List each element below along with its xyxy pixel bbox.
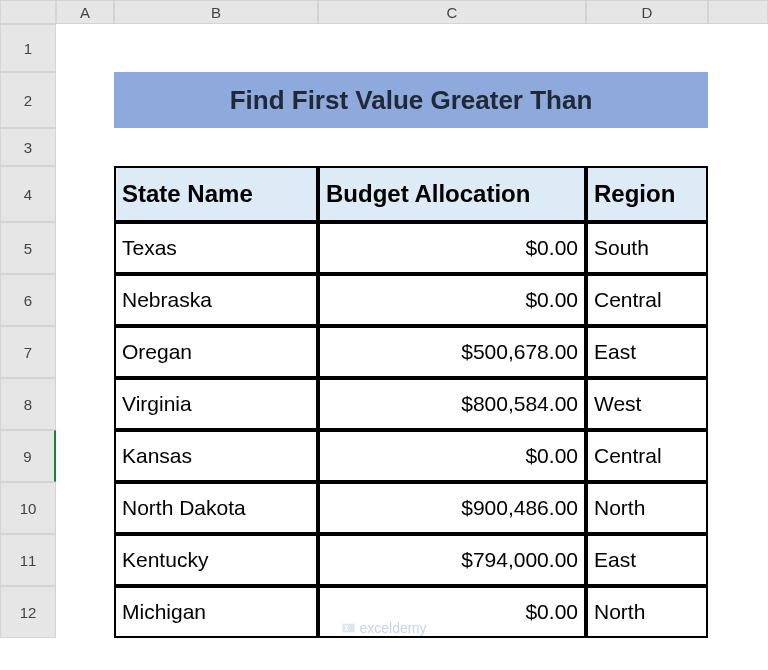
cell-a1[interactable]: [56, 24, 114, 72]
cell-e10[interactable]: [708, 482, 768, 534]
cell-e9[interactable]: [708, 430, 768, 482]
table-row[interactable]: West: [586, 378, 708, 430]
cell-e12[interactable]: [708, 586, 768, 638]
table-header-budget[interactable]: Budget Allocation: [318, 166, 586, 222]
cell-e5[interactable]: [708, 222, 768, 274]
watermark-text: exceldemy: [360, 620, 427, 636]
table-row[interactable]: South: [586, 222, 708, 274]
cell-a9[interactable]: [56, 430, 114, 482]
cell-a4[interactable]: [56, 166, 114, 222]
row-header-10[interactable]: 10: [0, 482, 56, 534]
cell-d1[interactable]: [586, 24, 708, 72]
col-header-extra[interactable]: [708, 0, 768, 24]
cell-a7[interactable]: [56, 326, 114, 378]
table-row[interactable]: $500,678.00: [318, 326, 586, 378]
table-row[interactable]: $0.00: [318, 274, 586, 326]
row-header-8[interactable]: 8: [0, 378, 56, 430]
table-row[interactable]: Kentucky: [114, 534, 318, 586]
table-row[interactable]: Kansas: [114, 430, 318, 482]
watermark-logo: exceldemy: [342, 620, 427, 636]
table-row[interactable]: East: [586, 326, 708, 378]
svg-rect-0: [342, 624, 354, 633]
table-row[interactable]: North Dakota: [114, 482, 318, 534]
cell-c1[interactable]: [318, 24, 586, 72]
col-header-b[interactable]: B: [114, 0, 318, 24]
row-header-11[interactable]: 11: [0, 534, 56, 586]
cell-a2[interactable]: [56, 72, 114, 128]
col-header-a[interactable]: A: [56, 0, 114, 24]
cell-e7[interactable]: [708, 326, 768, 378]
cell-b1[interactable]: [114, 24, 318, 72]
row-header-12[interactable]: 12: [0, 586, 56, 638]
cell-a3[interactable]: [56, 128, 114, 166]
cell-c3[interactable]: [318, 128, 586, 166]
table-row[interactable]: North: [586, 482, 708, 534]
row-header-4[interactable]: 4: [0, 166, 56, 222]
table-row[interactable]: Michigan: [114, 586, 318, 638]
row-header-6[interactable]: 6: [0, 274, 56, 326]
cell-d3[interactable]: [586, 128, 708, 166]
cell-b3[interactable]: [114, 128, 318, 166]
cell-e2[interactable]: [708, 72, 768, 128]
table-row[interactable]: Oregan: [114, 326, 318, 378]
row-header-9[interactable]: 9: [0, 430, 56, 482]
row-header-3[interactable]: 3: [0, 128, 56, 166]
table-row[interactable]: Central: [586, 274, 708, 326]
cell-a10[interactable]: [56, 482, 114, 534]
cell-a6[interactable]: [56, 274, 114, 326]
row-header-5[interactable]: 5: [0, 222, 56, 274]
table-header-region[interactable]: Region: [586, 166, 708, 222]
table-row[interactable]: $0.00: [318, 222, 586, 274]
table-row[interactable]: East: [586, 534, 708, 586]
select-all-corner[interactable]: [0, 0, 56, 24]
row-header-2[interactable]: 2: [0, 72, 56, 128]
page-title[interactable]: Find First Value Greater Than: [114, 72, 708, 128]
cell-e1[interactable]: [708, 24, 768, 72]
table-row[interactable]: $900,486.00: [318, 482, 586, 534]
table-row[interactable]: North: [586, 586, 708, 638]
table-row[interactable]: Virginia: [114, 378, 318, 430]
col-header-c[interactable]: C: [318, 0, 586, 24]
row-header-7[interactable]: 7: [0, 326, 56, 378]
cell-a8[interactable]: [56, 378, 114, 430]
cell-e4[interactable]: [708, 166, 768, 222]
table-row[interactable]: Texas: [114, 222, 318, 274]
table-row[interactable]: $794,000.00: [318, 534, 586, 586]
row-header-1[interactable]: 1: [0, 24, 56, 72]
cell-a12[interactable]: [56, 586, 114, 638]
cell-a5[interactable]: [56, 222, 114, 274]
cell-e6[interactable]: [708, 274, 768, 326]
table-row[interactable]: Central: [586, 430, 708, 482]
table-row[interactable]: $800,584.00: [318, 378, 586, 430]
excel-icon: [342, 621, 356, 635]
col-header-d[interactable]: D: [586, 0, 708, 24]
cell-a11[interactable]: [56, 534, 114, 586]
table-row[interactable]: $0.00: [318, 430, 586, 482]
table-header-state[interactable]: State Name: [114, 166, 318, 222]
cell-e11[interactable]: [708, 534, 768, 586]
cell-e3[interactable]: [708, 128, 768, 166]
cell-e8[interactable]: [708, 378, 768, 430]
table-row[interactable]: Nebraska: [114, 274, 318, 326]
